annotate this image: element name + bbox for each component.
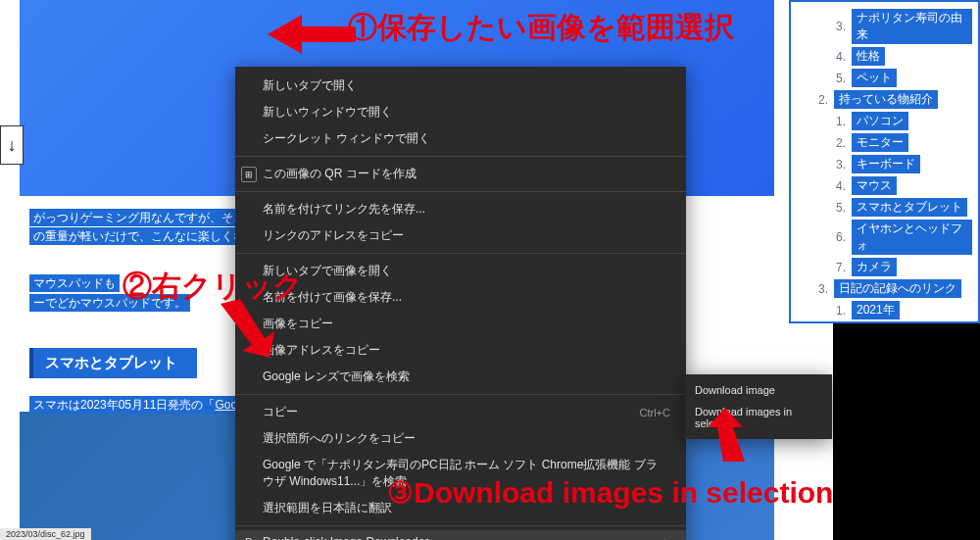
toc-item-number: 5. [832, 201, 846, 215]
menu-copy-link-address[interactable]: リンクのアドレスをコピー [235, 222, 686, 249]
menu-double-click-image-downloader[interactable]: D Double-click Image Downloader ▶ [235, 530, 686, 540]
toc-item-number: 3. [814, 282, 828, 296]
body-paragraph: がっつりゲーミング用なんですが、そこ [29, 209, 249, 227]
arrow-annotation-3 [696, 408, 755, 466]
toc-item-label: 2021年 [852, 301, 900, 319]
menu-separator [235, 525, 686, 526]
section-header-smartphone-tablet[interactable]: スマホとタブレット [29, 348, 197, 378]
toc-item[interactable]: 4.マウス [797, 176, 972, 195]
toc-item-number: 4. [832, 50, 846, 64]
toc-item-number: 2. [832, 136, 846, 150]
toc-item[interactable]: 5.ペット [797, 69, 972, 87]
body-paragraph: マウスパッドも [29, 274, 120, 293]
menu-save-image-as[interactable]: 名前を付けて画像を保存... [235, 284, 686, 311]
toc-item-label: スマホとタブレット [852, 198, 967, 217]
annotation-step3: ③Download images in selection [387, 475, 833, 510]
svg-marker-1 [220, 299, 274, 358]
toc-item-label: パソコン [852, 112, 908, 130]
shortcut-label: Ctrl+C [640, 407, 670, 418]
menu-open-incognito[interactable]: シークレット ウィンドウで開く [235, 125, 686, 152]
arrow-down-icon: ↓ [8, 135, 17, 156]
toc-item[interactable]: 2.モニター [797, 133, 972, 152]
menu-create-qr[interactable]: ⊞ この画像の QR コードを作成 [235, 161, 686, 187]
menu-copy-image[interactable]: 画像をコピー [235, 311, 686, 337]
menu-separator [235, 156, 686, 157]
chevron-right-icon: ▶ [664, 537, 672, 541]
menu-open-new-tab[interactable]: 新しいタブで開く [235, 73, 686, 99]
menu-copy-image-address[interactable]: 画像アドレスをコピー [235, 337, 686, 364]
toc-item[interactable]: 3.ナポリタン寿司の由来 [797, 9, 972, 44]
toc-item-label: イヤホンとヘッドフォ [852, 220, 972, 255]
svg-marker-2 [708, 408, 745, 462]
toc-item-label: ペット [852, 69, 897, 87]
table-of-contents[interactable]: 3.ナポリタン寿司の由来4.性格5.ペット2.持っている物紹介1.パソコン2.モ… [789, 0, 980, 323]
menu-separator [235, 191, 686, 192]
menu-open-new-window[interactable]: 新しいウィンドウで開く [235, 99, 686, 125]
toc-item-number: 3. [832, 20, 846, 33]
toc-item-number: 6. [832, 230, 846, 244]
menu-copy-link-to-selection[interactable]: 選択箇所へのリンクをコピー [235, 425, 686, 452]
context-menu: 新しいタブで開く 新しいウィンドウで開く シークレット ウィンドウで開く ⊞ こ… [235, 67, 686, 540]
toc-item-label: 日記の記録へのリンク [834, 279, 961, 298]
menu-google-lens[interactable]: Google レンズで画像を検索 [235, 364, 686, 390]
toc-item-label: カメラ [852, 258, 897, 276]
toc-item-label: マウス [852, 176, 897, 195]
toc-item[interactable]: 6.イヤホンとヘッドフォ [797, 220, 972, 255]
extension-d-icon: D [241, 534, 257, 540]
menu-save-link-as[interactable]: 名前を付けてリンク先を保存... [235, 196, 686, 222]
toc-item-label: キーボード [852, 155, 920, 173]
toc-item[interactable]: 3.日記の記録へのリンク [797, 279, 972, 298]
toc-item[interactable]: 4.性格 [797, 47, 972, 66]
svg-marker-0 [268, 15, 356, 54]
qr-icon: ⊞ [241, 167, 257, 182]
toc-item-number: 7. [832, 261, 846, 274]
toc-item-label: 持っている物紹介 [834, 90, 938, 109]
toc-item[interactable]: 7.カメラ [797, 258, 972, 276]
status-bar: 2023/03/disc_62.jpg [0, 528, 91, 540]
toc-item-label: ナポリタン寿司の由来 [852, 9, 972, 44]
toc-item-number: 4. [832, 179, 846, 193]
toc-item[interactable]: 5.スマホとタブレット [797, 198, 972, 217]
toc-item-number: 1. [832, 115, 846, 128]
toc-item-number: 1. [832, 304, 846, 318]
body-paragraph: の重量が軽いだけで、こんなに楽しくな [29, 227, 249, 246]
toc-item-number: 2. [814, 93, 828, 107]
toc-item[interactable]: 3.キーボード [797, 155, 972, 173]
toc-item-number: 5. [832, 72, 846, 85]
toc-item-number: 3. [832, 158, 846, 172]
submenu-download-image[interactable]: Download image [685, 379, 832, 401]
body-paragraph: スマホは2023年05月11日発売の「Goog [29, 396, 248, 415]
annotation-step1: ①保存したい画像を範囲選択 [348, 8, 734, 48]
menu-copy[interactable]: コピー Ctrl+C [235, 399, 686, 425]
toc-item[interactable]: 2.持っている物紹介 [797, 90, 972, 109]
menu-separator [235, 394, 686, 395]
toc-item-label: 性格 [852, 47, 885, 66]
arrow-annotation-2 [211, 294, 279, 363]
toc-item-label: モニター [852, 133, 908, 152]
menu-separator [235, 253, 686, 254]
menu-open-image-new-tab[interactable]: 新しいタブで画像を開く [235, 258, 686, 284]
toc-item[interactable]: 1.パソコン [797, 112, 972, 130]
scroll-down-button[interactable]: ↓ [0, 125, 24, 165]
toc-item[interactable]: 1.2021年 [797, 301, 972, 319]
arrow-annotation-1 [268, 10, 356, 59]
